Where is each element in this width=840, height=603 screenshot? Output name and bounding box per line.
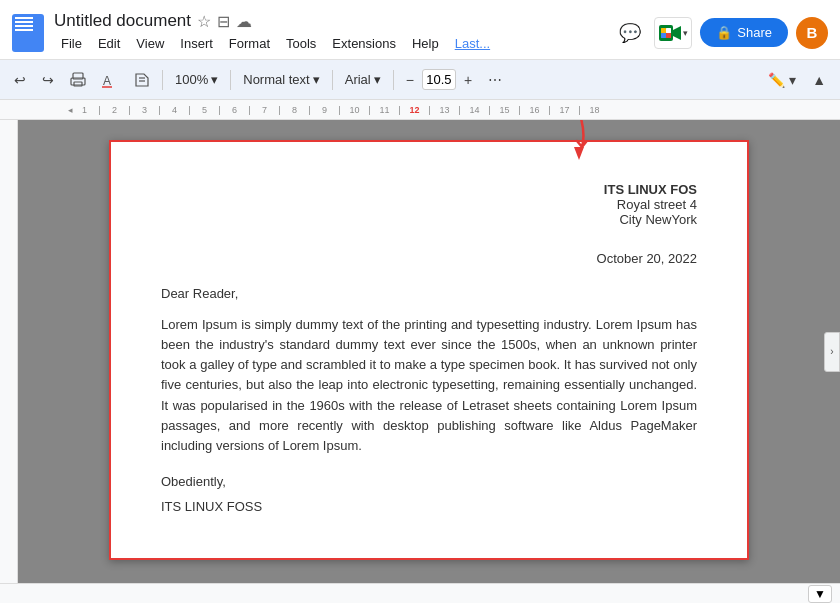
menu-extensions[interactable]: Extensions bbox=[325, 33, 403, 54]
lock-icon: 🔒 bbox=[716, 25, 732, 40]
document-date: October 20, 2022 bbox=[161, 251, 697, 266]
divider-3 bbox=[332, 70, 333, 90]
folder-icon[interactable]: ⊟ bbox=[217, 12, 230, 31]
decrease-font-button[interactable]: − bbox=[400, 68, 420, 92]
font-size-input[interactable] bbox=[422, 69, 456, 90]
meet-button[interactable]: ▾ bbox=[654, 17, 692, 49]
top-bar: Untitled document ☆ ⊟ ☁ File Edit View I… bbox=[0, 0, 840, 60]
top-right-actions: 💬 ▾ 🔒 Share B bbox=[614, 17, 828, 49]
menu-row: File Edit View Insert Format Tools Exten… bbox=[54, 33, 614, 54]
document-page: ITS LINUX FOS Royal street 4 City NewYor… bbox=[109, 140, 749, 560]
svg-rect-6 bbox=[666, 28, 671, 33]
svg-rect-9 bbox=[74, 82, 82, 86]
star-icon[interactable]: ☆ bbox=[197, 12, 211, 31]
share-label: Share bbox=[737, 25, 772, 40]
title-area: Untitled document ☆ ⊟ ☁ File Edit View I… bbox=[54, 11, 614, 54]
cloud-icon[interactable]: ☁ bbox=[236, 12, 252, 31]
address-line1: Royal street 4 bbox=[161, 197, 697, 212]
menu-tools[interactable]: Tools bbox=[279, 33, 323, 54]
undo-button[interactable]: ↩ bbox=[8, 68, 32, 92]
document-signature: ITS LINUX FOSS bbox=[161, 499, 697, 514]
comment-button[interactable]: 💬 bbox=[614, 17, 646, 49]
svg-rect-4 bbox=[666, 33, 671, 38]
edit-pencil-button[interactable]: ✏️ ▾ bbox=[762, 68, 802, 92]
zoom-select[interactable]: 100% ▾ bbox=[169, 68, 224, 91]
spellcheck-button[interactable]: A bbox=[96, 68, 124, 92]
menu-insert[interactable]: Insert bbox=[173, 33, 220, 54]
svg-marker-1 bbox=[673, 26, 681, 40]
svg-rect-5 bbox=[661, 33, 666, 38]
menu-file[interactable]: File bbox=[54, 33, 89, 54]
document-body: Lorem Ipsum is simply dummy text of the … bbox=[161, 315, 697, 456]
toolbar: ↩ ↪ A 100% ▾ Normal text ▾ Arial ▾ − + ⋯… bbox=[0, 60, 840, 100]
svg-rect-3 bbox=[661, 28, 666, 33]
company-name: ITS LINUX FOS bbox=[161, 182, 697, 197]
divider-1 bbox=[162, 70, 163, 90]
share-button[interactable]: 🔒 Share bbox=[700, 18, 788, 47]
divider-4 bbox=[393, 70, 394, 90]
docs-logo-icon bbox=[12, 14, 44, 52]
zoom-dropdown-icon: ▾ bbox=[211, 72, 218, 87]
menu-help[interactable]: Help bbox=[405, 33, 446, 54]
menu-format[interactable]: Format bbox=[222, 33, 277, 54]
font-size-area: − + bbox=[400, 68, 478, 92]
increase-font-button[interactable]: + bbox=[458, 68, 478, 92]
redo-button[interactable]: ↪ bbox=[36, 68, 60, 92]
navigate-down-button[interactable]: ▼ bbox=[808, 585, 832, 603]
font-dropdown-icon: ▾ bbox=[374, 72, 381, 87]
menu-edit[interactable]: Edit bbox=[91, 33, 127, 54]
document-greeting: Dear Reader, bbox=[161, 286, 697, 301]
document-title: Untitled document bbox=[54, 11, 191, 31]
ruler: ◂ 1 | 2 | 3 | 4 | 5 | 6 | 7 | 8 | 9 | 10… bbox=[0, 100, 840, 120]
menu-view[interactable]: View bbox=[129, 33, 171, 54]
divider-2 bbox=[230, 70, 231, 90]
style-select[interactable]: Normal text ▾ bbox=[237, 68, 325, 91]
more-options-button[interactable]: ⋯ bbox=[482, 68, 508, 92]
user-avatar[interactable]: B bbox=[796, 17, 828, 49]
document-closing: Obediently, bbox=[161, 474, 697, 489]
paint-format-button[interactable] bbox=[128, 68, 156, 92]
print-button[interactable] bbox=[64, 68, 92, 92]
document-container[interactable]: ITS LINUX FOS Royal street 4 City NewYor… bbox=[18, 120, 840, 583]
style-dropdown-icon: ▾ bbox=[313, 72, 320, 87]
left-sidebar bbox=[0, 120, 18, 583]
address-line2: City NewYork bbox=[161, 212, 697, 227]
collapse-toolbar-button[interactable]: ▲ bbox=[806, 68, 832, 92]
bottom-bar: ▼ bbox=[0, 583, 840, 603]
document-header: ITS LINUX FOS Royal street 4 City NewYor… bbox=[161, 182, 697, 227]
menu-last[interactable]: Last... bbox=[448, 33, 497, 54]
main-area: ITS LINUX FOS Royal street 4 City NewYor… bbox=[0, 120, 840, 583]
svg-text:A: A bbox=[103, 74, 111, 88]
right-panel-toggle[interactable]: › bbox=[824, 332, 840, 372]
font-select[interactable]: Arial ▾ bbox=[339, 68, 387, 91]
